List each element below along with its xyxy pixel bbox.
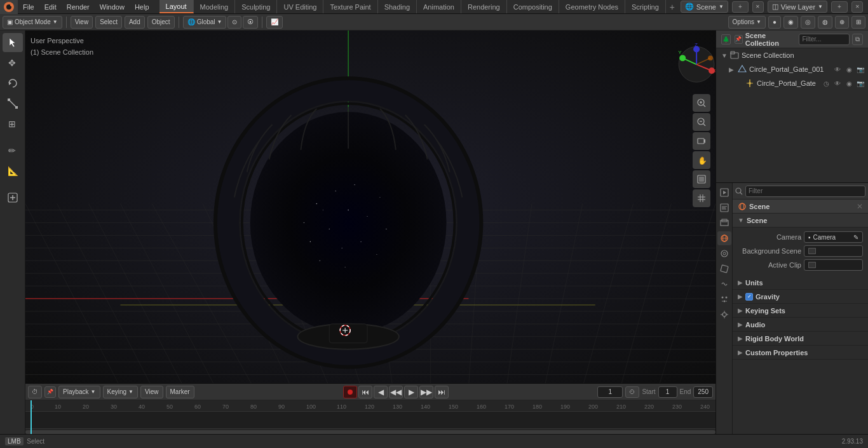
play-btn[interactable]: ▶: [404, 386, 418, 398]
tab-scripting[interactable]: Scripting: [625, 0, 666, 13]
keying-sets-section[interactable]: ▶ Keying Sets: [733, 304, 868, 318]
tab-geometry-nodes[interactable]: Geometry Nodes: [559, 0, 625, 13]
viewport-area[interactable]: X Y Z: [25, 31, 715, 383]
prop-modifier-icon[interactable]: [717, 277, 731, 291]
item-1-visibility[interactable]: 👁: [832, 78, 843, 88]
prop-physics-icon[interactable]: [717, 308, 731, 322]
scene-selector[interactable]: 🌐 Scene ▼: [681, 1, 728, 13]
object-menu[interactable]: Object: [147, 16, 175, 29]
menu-edit[interactable]: Edit: [39, 0, 62, 13]
shading-eevee[interactable]: ◍: [818, 16, 832, 29]
props-search-input[interactable]: [745, 186, 865, 197]
camera-edit-icon[interactable]: ✎: [853, 234, 858, 241]
viewport-pan[interactable]: ✋: [693, 151, 710, 169]
scale-tool[interactable]: [3, 94, 23, 113]
step-back-btn[interactable]: ◀: [374, 386, 388, 398]
tab-animation[interactable]: Animation: [417, 0, 461, 13]
add-object-tool[interactable]: [3, 188, 23, 207]
item-1-render[interactable]: 📷: [855, 78, 865, 88]
jump-end-btn[interactable]: ⏭: [435, 386, 449, 398]
outliner-pin[interactable]: 📌: [735, 35, 743, 44]
tab-uv-editing[interactable]: UV Editing: [277, 0, 323, 13]
item-0-render[interactable]: 📷: [855, 64, 865, 74]
timeline-pin[interactable]: 📌: [44, 386, 56, 398]
proportional-falloff[interactable]: 📈: [266, 16, 283, 29]
camera-value[interactable]: ▪ Camera ✎: [804, 231, 863, 243]
outliner-filter-btn[interactable]: ⧉: [852, 34, 863, 45]
menu-window[interactable]: Window: [95, 0, 130, 13]
cursor-tool[interactable]: [3, 33, 23, 52]
viewport-render[interactable]: [693, 170, 710, 188]
playback-menu[interactable]: Playback ▼: [58, 386, 100, 398]
timeline-ruler[interactable]: 0 10 20 30 40 50 60 70 80 90 100 110 120…: [25, 400, 715, 434]
snap-toggle[interactable]: ⦿: [243, 16, 258, 29]
menu-file[interactable]: File: [18, 0, 39, 13]
add-workspace-tab[interactable]: +: [666, 2, 679, 12]
timeline-editor-type[interactable]: ⏱: [28, 386, 42, 398]
measure-tool[interactable]: 📐: [3, 161, 23, 180]
viewport-camera[interactable]: [693, 132, 710, 150]
shading-solid[interactable]: ●: [768, 16, 781, 29]
current-frame-input[interactable]: 1: [597, 386, 623, 398]
prop-render-icon[interactable]: [717, 186, 731, 200]
keying-menu[interactable]: Keying ▼: [103, 386, 139, 398]
viewport-zoom-in[interactable]: [693, 94, 710, 112]
scene-unlink-btn[interactable]: ✕: [752, 1, 764, 13]
scene-section-header[interactable]: ▼ Scene: [733, 214, 868, 227]
gravity-checkbox[interactable]: ✓: [745, 293, 753, 301]
menu-render[interactable]: Render: [62, 0, 95, 13]
outliner-search-input[interactable]: [799, 34, 850, 45]
tab-sculpting[interactable]: Sculpting: [235, 0, 277, 13]
transform-tool[interactable]: ⊞: [3, 114, 23, 133]
shading-material[interactable]: ◉: [783, 16, 798, 29]
view-layer-selector[interactable]: ◫ View Layer ▼: [768, 1, 827, 13]
scene-add-btn[interactable]: +: [732, 1, 749, 13]
shading-rendered[interactable]: ◎: [801, 16, 815, 29]
view-menu-tl[interactable]: View: [140, 386, 163, 398]
custom-properties-section[interactable]: ▶ Custom Properties: [733, 346, 868, 360]
tab-texture-paint[interactable]: Texture Paint: [323, 0, 377, 13]
outliner-item-1[interactable]: ▶ Circle_Portal_Gate ◷ 👁 ◉ 📷: [716, 76, 868, 90]
outliner-item-0[interactable]: ▶ Circle_Portal_Gate_001 👁 ◉ 📷: [716, 62, 868, 76]
prop-scene-icon[interactable]: [717, 231, 731, 245]
viewport-grid[interactable]: [693, 189, 710, 207]
tab-shading[interactable]: Shading: [378, 0, 417, 13]
tab-modeling[interactable]: Modeling: [194, 0, 236, 13]
menu-help[interactable]: Help: [130, 0, 154, 13]
props-panel-close[interactable]: ✕: [857, 202, 863, 211]
tab-rendering[interactable]: Rendering: [461, 0, 507, 13]
add-menu[interactable]: Add: [125, 16, 145, 29]
prop-view-layer-icon[interactable]: [717, 216, 731, 230]
units-section[interactable]: ▶ Units: [733, 276, 868, 290]
view-layer-unlink-btn[interactable]: ✕: [851, 1, 863, 13]
annotate-tool[interactable]: ✏: [3, 141, 23, 160]
item-1-viewport[interactable]: ◉: [844, 78, 854, 88]
marker-menu[interactable]: Marker: [166, 386, 194, 398]
background-scene-value[interactable]: [804, 245, 863, 257]
tab-layout[interactable]: Layout: [159, 0, 194, 13]
prop-output-icon[interactable]: [717, 201, 731, 215]
outliner-editor-type[interactable]: 🌲: [721, 34, 731, 44]
outliner-scene-collection[interactable]: ▼ Scene Collection: [716, 48, 868, 62]
item-0-viewport[interactable]: ◉: [844, 64, 854, 74]
item-1-restrict-select[interactable]: ◷: [821, 78, 831, 88]
xray-toggle[interactable]: ⊞: [851, 16, 865, 29]
view-menu[interactable]: View: [71, 16, 93, 29]
audio-section[interactable]: ▶ Audio: [733, 318, 868, 332]
tab-compositing[interactable]: Compositing: [507, 0, 559, 13]
transform-selector[interactable]: 🌐 Global ▼: [183, 16, 227, 29]
prop-object-icon[interactable]: [717, 262, 731, 276]
mode-selector[interactable]: ▣ Object Mode ▼: [3, 16, 62, 29]
start-frame-input[interactable]: 1: [658, 386, 677, 398]
rigid-body-world-section[interactable]: ▶ Rigid Body World: [733, 332, 868, 346]
view-layer-add-btn[interactable]: +: [831, 1, 848, 13]
frame-rate-btn[interactable]: ⏲: [625, 386, 639, 398]
proportional-edit[interactable]: ⊙: [227, 16, 241, 29]
overlay-options[interactable]: Options ▼: [728, 16, 766, 29]
gravity-section[interactable]: ▶ ✓ Gravity: [733, 290, 868, 304]
step-forward-btn[interactable]: ▶▶: [419, 386, 433, 398]
end-frame-input[interactable]: 250: [693, 386, 713, 398]
prop-world-icon[interactable]: [717, 247, 731, 261]
active-clip-value[interactable]: [804, 259, 863, 271]
item-0-visibility[interactable]: 👁: [832, 64, 843, 74]
